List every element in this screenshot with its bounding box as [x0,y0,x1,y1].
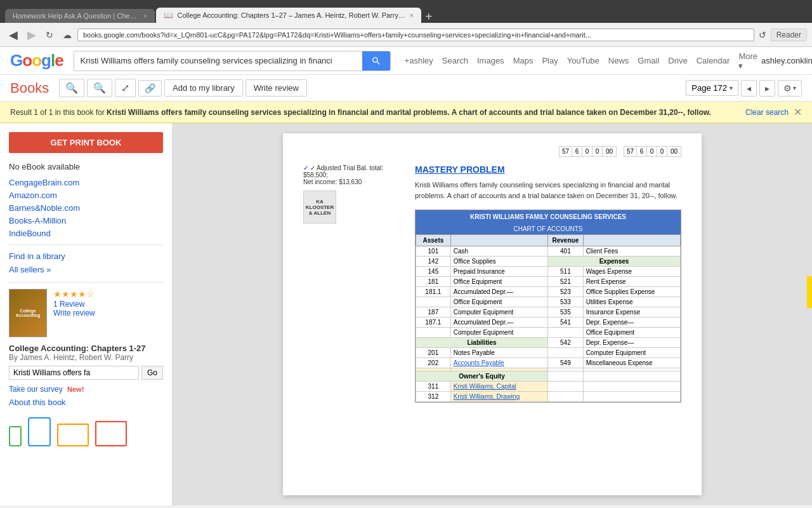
equity-blank-1 [548,371,584,382]
nav-links: +ashley Search Images Maps Play YouTube … [401,49,761,73]
books-title[interactable]: Books [10,80,49,97]
asset-code-187: 187 [416,307,451,318]
search-button[interactable] [362,51,390,70]
refresh-button[interactable]: ↻ [42,29,57,41]
zoom-out-button[interactable]: 🔍 [87,79,112,97]
write-review-button[interactable]: Write review [246,79,307,97]
tablet-icon [28,417,51,446]
nav-link-maps[interactable]: Maps [509,53,537,68]
col-revenue-name [583,235,680,246]
tab-active-close[interactable]: × [409,11,413,19]
table-row: 181 Office Equipment 521 Rent Expense [416,277,681,287]
toolbar-right: Page 172 ▾ ◂ ▸ ⚙ ▾ [686,80,802,97]
coa-table-container: KRISTI WILLIAMS FAMILY COUNSELING SERVIC… [415,210,681,403]
page-prev-button[interactable]: ◂ [741,80,757,97]
asset-code-blank2 [416,328,451,338]
equity-code-312: 312 [416,392,451,402]
get-print-book-button[interactable]: GET PRINT BOOK [9,132,163,153]
go-button[interactable]: Go [141,366,163,380]
book-title-section: College Accounting: Chapters 1-27 By Jam… [9,344,163,362]
nav-link-ashley[interactable]: +ashley [401,53,437,68]
search-in-book-input[interactable] [9,366,139,380]
expense-code-535: 535 [548,307,584,318]
expense-code-blank1 [548,328,584,338]
revenue-name-401: Client Fees [583,246,680,257]
address-bar[interactable] [77,29,754,41]
search-result-banner: Result 1 of 1 in this book for Kristi Wi… [0,102,812,123]
nav-link-play[interactable]: Play [538,53,561,68]
find-in-library-link[interactable]: Find in a library [9,251,163,261]
new-tab-button[interactable]: + [425,10,433,23]
col-revenue-header: Revenue [548,235,584,246]
col-assets-code: Assets [416,235,451,246]
settings-button[interactable]: ⚙ ▾ [778,80,802,97]
page-next-button[interactable]: ▸ [759,80,775,97]
write-review-link[interactable]: Write review [53,309,95,318]
no-ebook-text: No eBook available [9,162,163,171]
survey-link[interactable]: Take our survey [9,385,63,394]
table-row: Office Equipment 533 Utilities Expense [416,297,681,307]
tab-active[interactable]: 📖 College Accounting: Chapters 1–27 – Ja… [156,8,421,23]
forward-button[interactable]: ▶ [23,27,40,43]
expense-code-521: 521 [548,277,584,287]
back-button[interactable]: ◀ [5,27,22,43]
tab-favicon: 📖 [164,11,173,20]
books-toolbar: Books 🔍 🔍 ⤢ 🔗 Add to my library Write re… [0,75,812,102]
col-assets-name [450,235,547,246]
result-count: Result 1 of 1 in this book for [10,108,107,117]
tab-inactive[interactable]: Homework Help Ask A Question | Chegg.com… [5,9,155,23]
top-val-6: 57 [624,147,637,157]
zoom-in-button[interactable]: 🔍 [59,79,84,97]
liability-code-202: 202 [416,358,451,368]
fullscreen-button[interactable]: ⤢ [115,79,136,97]
nav-link-search[interactable]: Search [438,53,472,68]
table-row: 187.1 Accumulated Depr.— 541 Depr. Expen… [416,318,681,328]
equity-r-blank-3 [548,392,584,402]
nav-link-more[interactable]: More ▾ [735,49,761,73]
adjusted-note-section: ✓ ✓ Adjusted Trial Bal. total: $58,500; … [303,164,405,403]
search-box [74,51,391,71]
close-banner-button[interactable]: ✕ [794,106,802,118]
top-val-1: 57 [560,147,572,157]
nav-link-news[interactable]: News [605,53,633,68]
about-book-link[interactable]: About this book [9,398,163,407]
publisher-logo: KAKLOOSTER& ALLEN [303,190,336,224]
add-to-library-button[interactable]: Add to my library [164,79,243,97]
equity-name-311: Kristi Williams, Capital [450,382,547,392]
phone-icon [9,426,22,446]
store-link-cengage[interactable]: CengageBrain.com [9,178,163,187]
nav-link-images[interactable]: Images [473,53,508,68]
all-sellers-link[interactable]: All sellers » [9,265,163,274]
table-row-liabilities: Liabilities 542 Depr. Expense— [416,338,681,348]
top-val-10: 00 [667,147,681,157]
nav-link-drive[interactable]: Drive [664,53,691,68]
page-selector[interactable]: Page 172 ▾ [686,80,738,96]
store-link-barnes[interactable]: Barnes&Noble.com [9,203,163,213]
clear-search-link[interactable]: Clear search [745,108,789,117]
google-nav-bar: Google +ashley Search Images Maps Play Y… [0,47,812,75]
reader-button[interactable]: Reader [771,29,807,41]
search-input[interactable] [74,52,362,69]
right-content: MASTERY PROBLEM Kristi Williams offers f… [415,164,681,403]
liabilities-header: Liabilities [416,338,548,348]
nav-link-calendar[interactable]: Calendar [693,53,734,68]
expenses-header-left: Expenses [548,257,681,267]
table-row: 201 Notes Payable Computer Equipment [416,348,681,358]
equity-r-blank-2 [583,382,680,392]
liability-name-201: Notes Payable [450,348,547,358]
link-button[interactable]: 🔗 [138,80,162,97]
store-link-indiebound[interactable]: IndieBound [9,229,163,238]
laptop-icon [57,424,89,446]
tab-inactive-close[interactable]: × [143,12,147,20]
store-link-bam[interactable]: Books-A-Million [9,216,163,225]
banner-actions: Clear search ✕ [745,106,802,118]
home-button[interactable]: ☁ [59,29,75,41]
reload-icon[interactable]: ↺ [756,29,769,41]
page-dropdown-icon: ▾ [730,84,733,91]
nav-link-youtube[interactable]: YouTube [563,53,603,68]
expense-name-oe2: Office Equipment [583,328,680,338]
store-link-amazon[interactable]: Amazon.com [9,190,163,200]
review-count-link[interactable]: 1 Review [53,300,95,309]
expense-code-511: 511 [548,267,584,277]
nav-link-gmail[interactable]: Gmail [634,53,663,68]
